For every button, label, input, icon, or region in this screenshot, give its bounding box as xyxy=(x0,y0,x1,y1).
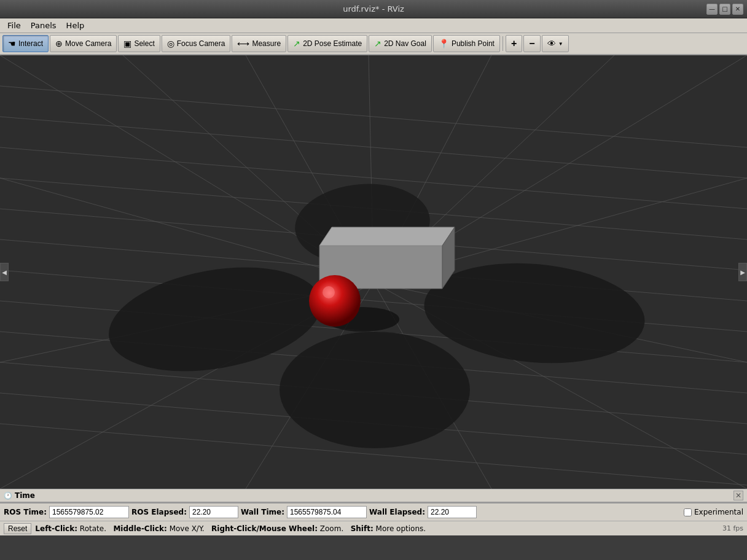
fps-display: 31 fps xyxy=(722,524,743,532)
focus-camera-icon: ◎ xyxy=(167,39,174,49)
left-click-label: Left-Click: xyxy=(35,524,77,533)
ros-time-label: ROS Time: xyxy=(4,508,47,516)
clock-icon: 🕐 xyxy=(4,492,12,500)
toolbar: ☚ Interact ⊕ Move Camera ▣ Select ◎ Focu… xyxy=(0,33,747,55)
time-panel-header: 🕐 Time ✕ xyxy=(0,489,747,502)
2d-pose-icon: ↗ xyxy=(293,39,300,49)
left-click-value: Rotate. xyxy=(80,524,106,533)
3d-viewport[interactable]: ◀ ▶ xyxy=(0,55,747,489)
menu-file[interactable]: File xyxy=(2,20,26,31)
right-panel-toggle[interactable]: ▶ xyxy=(738,263,747,281)
time-panel-title: Time xyxy=(15,491,35,500)
ros-elapsed-label: ROS Elapsed: xyxy=(131,508,187,516)
select-button[interactable]: ▣ Select xyxy=(118,35,160,52)
left-panel-toggle[interactable]: ◀ xyxy=(0,263,9,281)
move-camera-label: Move Camera xyxy=(65,39,111,48)
close-button[interactable]: ✕ xyxy=(732,4,743,15)
reset-button[interactable]: Reset xyxy=(4,523,31,534)
focus-camera-label: Focus Camera xyxy=(177,39,225,48)
interact-label: Interact xyxy=(18,39,43,48)
infobar: Reset Left-Click: Rotate. Middle-Click: … xyxy=(0,521,747,535)
experimental-section: Experimental xyxy=(684,508,743,516)
publish-point-label: Publish Point xyxy=(452,39,495,48)
publish-point-button[interactable]: 📍 Publish Point xyxy=(433,35,500,52)
svg-point-37 xyxy=(309,275,361,327)
menu-help[interactable]: Help xyxy=(61,20,90,31)
middle-click-label: Middle-Click: xyxy=(113,524,166,533)
2d-pose-label: 2D Pose Estimate xyxy=(303,39,362,48)
wall-elapsed-section: Wall Elapsed: xyxy=(369,506,477,518)
right-click-value: Zoom. xyxy=(320,524,343,533)
publish-point-icon: 📍 xyxy=(439,39,449,49)
maximize-button[interactable]: □ xyxy=(719,4,730,15)
shift-value: More options. xyxy=(376,524,426,533)
select-icon: ▣ xyxy=(123,39,131,49)
interact-icon: ☚ xyxy=(8,39,16,49)
middle-click-value: Move X/Y. xyxy=(170,524,205,533)
minimize-button[interactable]: — xyxy=(706,4,718,15)
infobar-text: Left-Click: Rotate. Middle-Click: Move X… xyxy=(35,524,426,533)
wall-time-label: Wall Time: xyxy=(241,508,284,516)
eye-icon: 👁 xyxy=(547,39,556,49)
add-display-button[interactable]: + xyxy=(506,35,522,52)
ros-time-input[interactable] xyxy=(49,506,129,518)
view-options-button[interactable]: 👁 ▼ xyxy=(542,35,569,52)
svg-point-31 xyxy=(280,332,470,448)
select-label: Select xyxy=(134,39,154,48)
2d-nav-icon: ↗ xyxy=(374,39,381,49)
remove-display-button[interactable]: − xyxy=(523,35,540,52)
2d-nav-label: 2D Nav Goal xyxy=(384,39,426,48)
ros-elapsed-input[interactable] xyxy=(189,506,238,518)
move-camera-icon: ⊕ xyxy=(55,39,63,49)
menubar: File Panels Help xyxy=(0,18,747,33)
svg-point-38 xyxy=(323,286,335,298)
interact-button[interactable]: ☚ Interact xyxy=(2,35,49,52)
measure-icon: ⟷ xyxy=(237,39,249,49)
wall-time-input[interactable] xyxy=(287,506,367,518)
window-title: urdf.rviz* - RViz xyxy=(343,4,404,14)
move-camera-button[interactable]: ⊕ Move Camera xyxy=(50,35,117,52)
wall-elapsed-label: Wall Elapsed: xyxy=(369,508,425,516)
measure-button[interactable]: ⟷ Measure xyxy=(232,35,286,52)
2d-nav-button[interactable]: ↗ 2D Nav Goal xyxy=(369,35,432,52)
svg-marker-34 xyxy=(319,227,455,246)
window-controls: — □ ✕ xyxy=(706,4,743,15)
ros-elapsed-section: ROS Elapsed: xyxy=(131,506,238,518)
focus-camera-button[interactable]: ◎ Focus Camera xyxy=(162,35,231,52)
time-panel-close-button[interactable]: ✕ xyxy=(733,491,743,500)
2d-pose-button[interactable]: ↗ 2D Pose Estimate xyxy=(287,35,367,52)
titlebar: urdf.rviz* - RViz — □ ✕ xyxy=(0,0,747,18)
experimental-label: Experimental xyxy=(694,508,743,516)
grid-svg xyxy=(0,55,747,489)
menu-panels[interactable]: Panels xyxy=(26,20,61,31)
experimental-checkbox[interactable] xyxy=(684,508,692,516)
toolbar-separator-1 xyxy=(503,36,503,51)
ros-time-section: ROS Time: xyxy=(4,506,129,518)
time-statusbar: ROS Time: ROS Elapsed: Wall Time: Wall E… xyxy=(0,502,747,521)
wall-elapsed-input[interactable] xyxy=(428,506,477,518)
wall-time-section: Wall Time: xyxy=(241,506,367,518)
shift-label: Shift: xyxy=(351,524,374,533)
right-click-label: Right-Click/Mouse Wheel: xyxy=(211,524,318,533)
view-dropdown-arrow: ▼ xyxy=(558,41,563,47)
measure-label: Measure xyxy=(252,39,281,48)
